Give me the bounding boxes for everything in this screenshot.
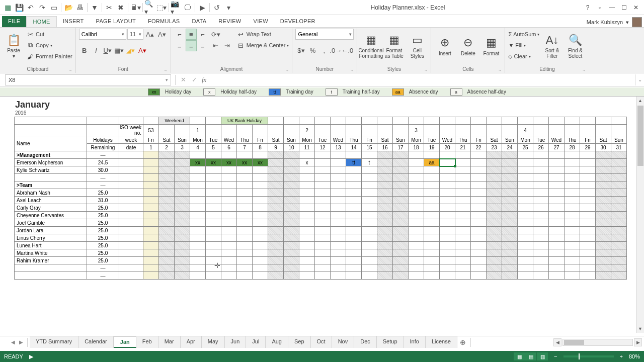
cell[interactable]: Sat [268,136,284,144]
cell[interactable] [190,234,206,242]
cell[interactable] [611,272,627,280]
cell[interactable] [518,166,533,174]
tab-home[interactable]: HOME [26,16,56,27]
cell[interactable]: 1 [190,125,206,136]
cell[interactable] [471,264,487,272]
cell[interactable] [487,189,502,197]
cell[interactable] [268,212,284,219]
cell[interactable] [471,227,487,234]
cell[interactable] [315,249,331,257]
cell[interactable] [409,249,424,257]
cell[interactable] [565,182,580,189]
sheet-tab-setup[interactable]: Setup [377,336,404,348]
cell[interactable] [611,249,627,257]
cell[interactable] [455,166,471,174]
cell[interactable] [206,182,221,189]
cell[interactable] [393,204,409,212]
conditional-formatting-button[interactable]: ▦Conditional Formatting [360,29,381,63]
cell[interactable] [119,242,143,249]
cell[interactable] [190,174,206,182]
cell[interactable] [315,242,331,249]
cell[interactable]: ISO week no. [119,125,143,136]
cell[interactable] [377,272,393,280]
cell[interactable] [549,166,565,174]
cell[interactable] [518,151,533,159]
cell[interactable] [221,234,237,242]
cell[interactable] [362,125,377,136]
font-name-select[interactable]: Calibri [79,29,126,40]
cell[interactable] [424,166,440,174]
cell[interactable]: Sat [487,136,502,144]
cell[interactable] [409,227,424,234]
cell[interactable]: Rahim Kramer [15,257,87,264]
cell[interactable] [315,212,331,219]
cell[interactable]: 4 [190,144,206,151]
cell[interactable]: 14 [346,144,362,151]
cell[interactable] [440,166,455,174]
cell[interactable] [596,219,611,227]
hscroll-left-icon[interactable]: ◀ [553,338,561,346]
sheet-tab-dec[interactable]: Dec [354,336,377,348]
cell[interactable] [190,151,206,159]
cell[interactable] [315,117,331,125]
cell[interactable] [331,219,346,227]
view-layout-icon[interactable]: ▤ [525,352,536,360]
cell[interactable] [393,257,409,264]
cell[interactable] [533,264,549,272]
cell[interactable]: Linus Cherry [15,234,87,242]
cell[interactable] [424,151,440,159]
cell[interactable]: 25.0 [87,257,119,264]
cell[interactable] [221,219,237,227]
cell[interactable] [377,159,393,166]
cell[interactable] [518,197,533,204]
cell[interactable] [596,272,611,280]
cell[interactable] [159,249,175,257]
cell[interactable] [471,117,487,125]
cell[interactable] [284,182,299,189]
cell[interactable] [315,189,331,197]
cell[interactable] [549,219,565,227]
cell[interactable] [175,151,190,159]
cell[interactable]: Thu [565,136,580,144]
cell[interactable] [159,166,175,174]
cell[interactable]: 27 [549,144,565,151]
cell[interactable] [159,264,175,272]
cell[interactable] [611,234,627,242]
insert-cells-button[interactable]: ⊕Insert [434,29,455,63]
cell[interactable] [580,219,596,227]
cell[interactable] [471,219,487,227]
cell[interactable] [253,257,268,264]
cell[interactable] [175,242,190,249]
comma-icon[interactable]: , [318,45,330,56]
cell[interactable] [315,272,331,280]
cell[interactable] [393,249,409,257]
cell[interactable]: — [87,272,119,280]
cell[interactable] [143,249,159,257]
cell[interactable] [221,125,237,136]
cell[interactable]: 25.0 [87,227,119,234]
cell[interactable]: 24 [502,144,518,151]
tab-page-layout[interactable]: PAGE LAYOUT [90,16,142,27]
cell[interactable] [596,166,611,174]
cell[interactable]: 3 [409,125,424,136]
cell[interactable] [596,264,611,272]
cell[interactable] [471,272,487,280]
cell[interactable] [533,189,549,197]
cell[interactable] [596,189,611,197]
cell[interactable] [580,272,596,280]
cell[interactable] [331,204,346,212]
cell[interactable] [268,151,284,159]
sheet-tab-calendar[interactable]: Calendar [78,336,114,348]
cell[interactable] [346,166,362,174]
cell[interactable] [596,242,611,249]
sheet-tab-jul[interactable]: Jul [246,336,266,348]
cell[interactable] [393,125,409,136]
cell[interactable] [315,204,331,212]
cell[interactable] [175,182,190,189]
cell[interactable] [502,212,518,219]
cell[interactable] [518,159,533,166]
cell[interactable]: Sat [159,136,175,144]
cell[interactable] [175,219,190,227]
cell[interactable] [377,204,393,212]
align-center-icon[interactable]: ≡ [186,40,197,51]
